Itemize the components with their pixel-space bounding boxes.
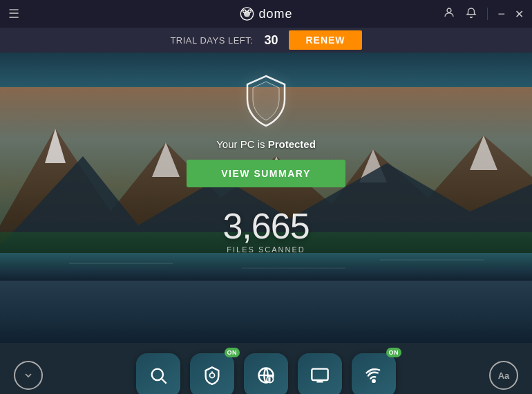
close-button[interactable]: ✕: [515, 8, 524, 21]
logo-icon: [239, 6, 254, 21]
minimize-button[interactable]: −: [497, 7, 505, 21]
shield-feature-button[interactable]: [190, 353, 234, 394]
shield-wrap: [242, 73, 290, 131]
font-size-label: Aa: [498, 370, 510, 381]
svg-point-20: [152, 369, 163, 380]
svg-line-21: [162, 379, 166, 383]
bell-icon[interactable]: [465, 6, 477, 21]
titlebar-left: ☰: [8, 6, 19, 21]
svg-point-4: [243, 10, 245, 12]
svg-point-6: [447, 8, 451, 12]
shield-protected-icon: [242, 73, 290, 129]
svg-point-5: [249, 10, 251, 12]
svg-rect-28: [312, 369, 327, 380]
hero-area: Your PC is Protected VIEW SUMMARY 3,665 …: [0, 53, 532, 343]
trial-label: TRIAL DAYS LEFT:: [170, 35, 253, 46]
files-count: 3,665: [222, 208, 309, 244]
separator: [487, 8, 488, 20]
svg-point-31: [372, 379, 375, 382]
network-protection-button[interactable]: [352, 353, 396, 394]
view-summary-button[interactable]: VIEW SUMMARY: [187, 160, 345, 187]
pc-status: Your PC is Protected: [216, 138, 316, 150]
renew-button[interactable]: RENEW: [289, 30, 361, 50]
scan-icon-button[interactable]: [136, 353, 180, 394]
device-control-button[interactable]: [298, 353, 342, 394]
user-icon[interactable]: [443, 6, 455, 21]
svg-point-22: [210, 373, 215, 378]
web-protection-button[interactable]: !: [244, 353, 288, 394]
logo-text: dome: [258, 7, 292, 21]
trial-bar: TRIAL DAYS LEFT: 30 RENEW: [0, 28, 532, 53]
files-label: FILES SCANNED: [227, 245, 305, 254]
font-size-button[interactable]: Aa: [489, 361, 518, 390]
hero-content: Your PC is Protected VIEW SUMMARY 3,665 …: [0, 53, 532, 343]
feature-icons-group: !: [136, 353, 396, 394]
icons-bar: ! Aa: [0, 343, 532, 394]
svg-text:!: !: [269, 377, 270, 382]
menu-icon[interactable]: ☰: [8, 6, 19, 21]
titlebar-center: dome: [239, 6, 292, 21]
titlebar-right: − ✕: [443, 6, 524, 21]
scroll-down-button[interactable]: [14, 361, 43, 390]
titlebar: ☰ dome − ✕: [0, 0, 532, 28]
trial-days: 30: [264, 33, 278, 48]
